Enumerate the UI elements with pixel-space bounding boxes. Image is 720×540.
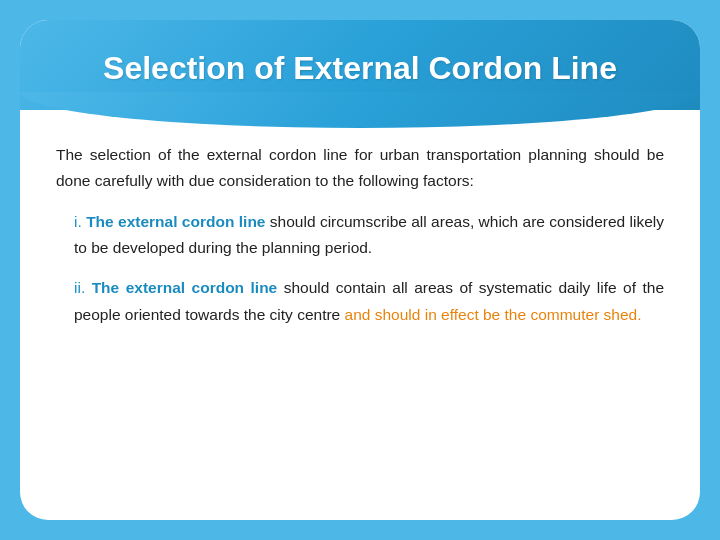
item-1-text: i. The external cordon line should circu… [74,209,664,262]
item-1-label: i. [74,213,86,230]
list-item: i. The external cordon line should circu… [74,209,664,262]
card-body: The selection of the external cordon lin… [20,110,700,352]
card-header: Selection of External Cordon Line [20,20,700,110]
item-2-highlight: The external cordon line [92,279,278,296]
main-card: Selection of External Cordon Line The se… [20,20,700,520]
list-item: ii. The external cordon line should cont… [74,275,664,328]
factors-list: i. The external cordon line should circu… [56,209,664,328]
item-2-text: ii. The external cordon line should cont… [74,275,664,328]
item-1-highlight: The external cordon line [86,213,265,230]
page-title: Selection of External Cordon Line [60,48,660,88]
intro-text: The selection of the external cordon lin… [56,146,664,189]
item-2-label: ii. [74,279,92,296]
item-2-suffix: and should in effect be the commuter she… [345,306,642,323]
intro-paragraph: The selection of the external cordon lin… [56,142,664,195]
